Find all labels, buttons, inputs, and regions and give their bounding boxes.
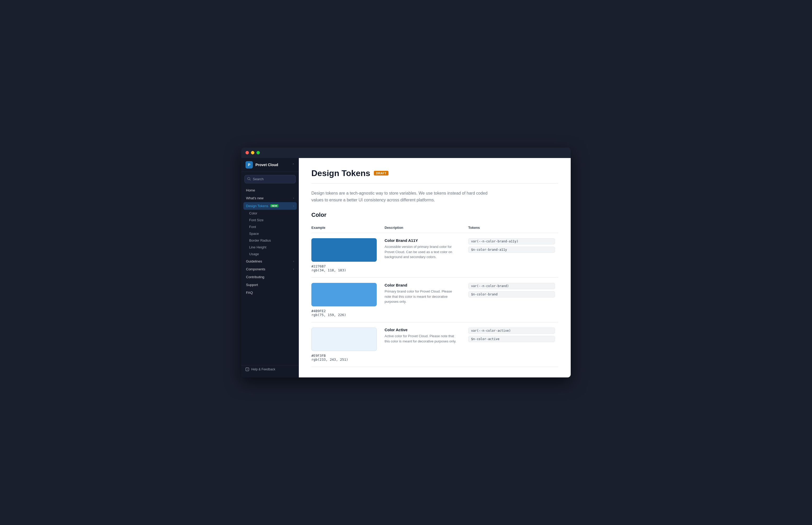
search-icon bbox=[247, 177, 251, 181]
sidebar-nav: Home What's new › Design Tokens NEW › Co… bbox=[241, 186, 299, 363]
token-badge: $n-color-brand bbox=[468, 291, 555, 298]
nav-item-left: Design Tokens NEW bbox=[246, 204, 278, 208]
sidebar-sub-item-line-height[interactable]: Line Height bbox=[243, 244, 297, 251]
color-tokens-cell: var(--n-color-active)$n-color-active bbox=[468, 322, 558, 367]
token-badge: var(--n-color-active) bbox=[468, 328, 555, 334]
chevron-right-icon: › bbox=[293, 268, 294, 271]
sidebar-sub-item-usage[interactable]: Usage bbox=[243, 251, 297, 257]
logo-text: Provet Cloud bbox=[256, 163, 278, 167]
color-description: Accessible version of primary brand colo… bbox=[385, 244, 458, 260]
color-rgb: rgb(34, 118, 183) bbox=[311, 268, 381, 272]
titlebar bbox=[241, 148, 571, 158]
nav-item-label: Guidelines bbox=[246, 259, 262, 263]
sidebar-item-home[interactable]: Home bbox=[243, 186, 297, 194]
col-header-description: Description bbox=[385, 224, 468, 233]
color-swatch-cell: #4B9FE2rgb(75, 159, 226) bbox=[311, 278, 385, 322]
color-hex: #E9F3FB bbox=[311, 354, 381, 358]
table-row: #E9F3FBrgb(233, 243, 251)Color ActiveAct… bbox=[311, 322, 558, 367]
col-header-example: Example bbox=[311, 224, 385, 233]
token-badges: var(--n-color-brand-a11y)$n-color-brand-… bbox=[468, 238, 555, 253]
color-description-cell: Color Brand A11YAccessible version of pr… bbox=[385, 233, 468, 278]
svg-line-1 bbox=[250, 179, 250, 180]
sidebar-item-faq[interactable]: FAQ bbox=[243, 289, 297, 297]
sidebar-logo[interactable]: P Provet Cloud bbox=[246, 161, 278, 168]
table-header-row: Example Description Tokens bbox=[311, 224, 558, 233]
color-description: Primary brand color for Provet Cloud. Pl… bbox=[385, 289, 458, 304]
nav-item-label: Support bbox=[246, 283, 258, 287]
color-swatch-cell: #E9F3FBrgb(233, 243, 251) bbox=[311, 322, 385, 367]
app-window: P Provet Cloud ⌃ Search Hom bbox=[241, 148, 571, 377]
draft-badge: DRAFT bbox=[374, 171, 389, 176]
color-rgb: rgb(233, 243, 251) bbox=[311, 358, 381, 361]
chevron-right-icon: › bbox=[293, 196, 294, 199]
color-table: Example Description Tokens #2276B7rgb(34… bbox=[311, 224, 558, 367]
sidebar-sub-item-font-size[interactable]: Font Size bbox=[243, 217, 297, 223]
minimize-button[interactable] bbox=[251, 151, 255, 154]
color-swatch-cell: #2276B7rgb(34, 118, 183) bbox=[311, 233, 385, 278]
nav-item-label: Home bbox=[246, 188, 255, 192]
token-badge: $n-color-active bbox=[468, 336, 555, 342]
color-hex: #4B9FE2 bbox=[311, 309, 381, 313]
nav-item-label: Contributing bbox=[246, 275, 264, 279]
sidebar-sub-item-space[interactable]: Space bbox=[243, 230, 297, 237]
color-name: Color Brand bbox=[385, 283, 465, 287]
color-name: Color Brand A11Y bbox=[385, 238, 465, 243]
new-badge: NEW bbox=[270, 204, 278, 207]
chevron-right-icon: › bbox=[293, 260, 294, 263]
close-button[interactable] bbox=[246, 151, 249, 154]
sidebar-sub-item-color[interactable]: Color bbox=[243, 210, 297, 216]
nav-item-label: Components bbox=[246, 267, 265, 271]
page-description: Design tokens are a tech-agnostic way to… bbox=[311, 190, 494, 203]
page-title: Design Tokens bbox=[311, 168, 370, 178]
token-badge: var(--n-color-brand-a11y) bbox=[468, 238, 555, 244]
color-swatch bbox=[311, 283, 377, 306]
nav-item-label: FAQ bbox=[246, 291, 253, 295]
page-header: Design Tokens DRAFT bbox=[311, 168, 558, 184]
sidebar-sub-item-border-radius[interactable]: Border Radius bbox=[243, 237, 297, 244]
color-description: Active color for Provet Cloud. Please no… bbox=[385, 333, 458, 344]
nav-item-label: Design Tokens bbox=[246, 204, 268, 208]
main-content: Design Tokens DRAFT Design tokens are a … bbox=[299, 158, 571, 377]
help-feedback-button[interactable]: ? Help & Feedback bbox=[246, 368, 295, 371]
sidebar-item-design-tokens[interactable]: Design Tokens NEW › bbox=[243, 202, 297, 210]
help-icon: ? bbox=[246, 368, 249, 371]
svg-text:?: ? bbox=[247, 368, 248, 371]
token-badge: $n-color-brand-a11y bbox=[468, 246, 555, 253]
sidebar-sub-item-font[interactable]: Font bbox=[243, 224, 297, 230]
color-description-cell: Color ActiveActive color for Provet Clou… bbox=[385, 322, 468, 367]
search-input[interactable]: Search bbox=[253, 177, 293, 181]
color-tokens-cell: var(--n-color-brand-a11y)$n-color-brand-… bbox=[468, 233, 558, 278]
sidebar-item-support[interactable]: Support bbox=[243, 281, 297, 289]
color-tokens-cell: var(--n-color-brand)$n-color-brand bbox=[468, 278, 558, 322]
nav-item-label: What's new bbox=[246, 196, 263, 200]
app-body: P Provet Cloud ⌃ Search Hom bbox=[241, 158, 571, 377]
token-badges: var(--n-color-active)$n-color-active bbox=[468, 328, 555, 342]
logo-icon: P bbox=[246, 161, 253, 168]
section-title-color: Color bbox=[311, 212, 558, 219]
color-name: Color Active bbox=[385, 328, 465, 332]
help-feedback-label: Help & Feedback bbox=[251, 368, 275, 371]
sidebar-item-components[interactable]: Components › bbox=[243, 265, 297, 273]
col-header-tokens: Tokens bbox=[468, 224, 558, 233]
color-description-cell: Color BrandPrimary brand color for Prove… bbox=[385, 278, 468, 322]
sidebar-item-guidelines[interactable]: Guidelines › bbox=[243, 257, 297, 265]
sidebar-item-whats-new[interactable]: What's new › bbox=[243, 194, 297, 202]
maximize-button[interactable] bbox=[257, 151, 260, 154]
color-swatch bbox=[311, 238, 377, 262]
color-swatch bbox=[311, 328, 377, 351]
search-box[interactable]: Search bbox=[244, 175, 296, 183]
sidebar-chevron-icon[interactable]: ⌃ bbox=[292, 163, 295, 167]
color-hex: #2276B7 bbox=[311, 264, 381, 268]
token-badges: var(--n-color-brand)$n-color-brand bbox=[468, 283, 555, 298]
color-rgb: rgb(75, 159, 226) bbox=[311, 313, 381, 317]
sidebar: P Provet Cloud ⌃ Search Hom bbox=[241, 158, 299, 377]
table-row: #4B9FE2rgb(75, 159, 226)Color BrandPrima… bbox=[311, 278, 558, 322]
sidebar-item-contributing[interactable]: Contributing bbox=[243, 273, 297, 281]
token-badge: var(--n-color-brand) bbox=[468, 283, 555, 289]
table-row: #2276B7rgb(34, 118, 183)Color Brand A11Y… bbox=[311, 233, 558, 278]
sidebar-footer: ? Help & Feedback bbox=[241, 365, 299, 373]
sidebar-header: P Provet Cloud ⌃ bbox=[241, 158, 299, 172]
chevron-right-icon: › bbox=[293, 204, 294, 207]
